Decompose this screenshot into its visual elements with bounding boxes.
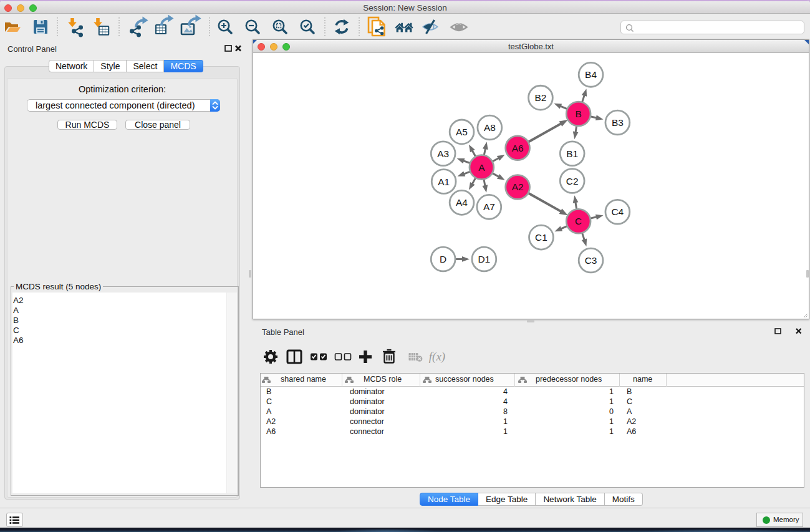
svg-text:B2: B2	[534, 92, 546, 103]
svg-text:D: D	[440, 254, 446, 264]
svg-text:A5: A5	[456, 127, 468, 137]
svg-text:B1: B1	[566, 148, 578, 159]
svg-text:D1: D1	[478, 254, 490, 264]
svg-text:A: A	[478, 162, 485, 173]
svg-text:A8: A8	[484, 122, 496, 133]
svg-text:B4: B4	[585, 69, 597, 80]
svg-text:B: B	[575, 109, 581, 119]
svg-text:C: C	[575, 216, 582, 226]
svg-text:A4: A4	[456, 197, 468, 208]
svg-text:A7: A7	[483, 201, 495, 212]
svg-text:A3: A3	[437, 148, 449, 159]
svg-text:A1: A1	[438, 177, 450, 187]
svg-text:A6: A6	[512, 143, 524, 153]
svg-text:f(x): f(x)	[429, 350, 445, 364]
svg-text:B3: B3	[612, 117, 624, 128]
svg-text:C1: C1	[535, 232, 547, 243]
svg-text:A2: A2	[512, 181, 524, 192]
svg-text:C3: C3	[585, 255, 597, 266]
svg-text:C2: C2	[566, 176, 579, 186]
svg-text:C4: C4	[611, 206, 624, 217]
